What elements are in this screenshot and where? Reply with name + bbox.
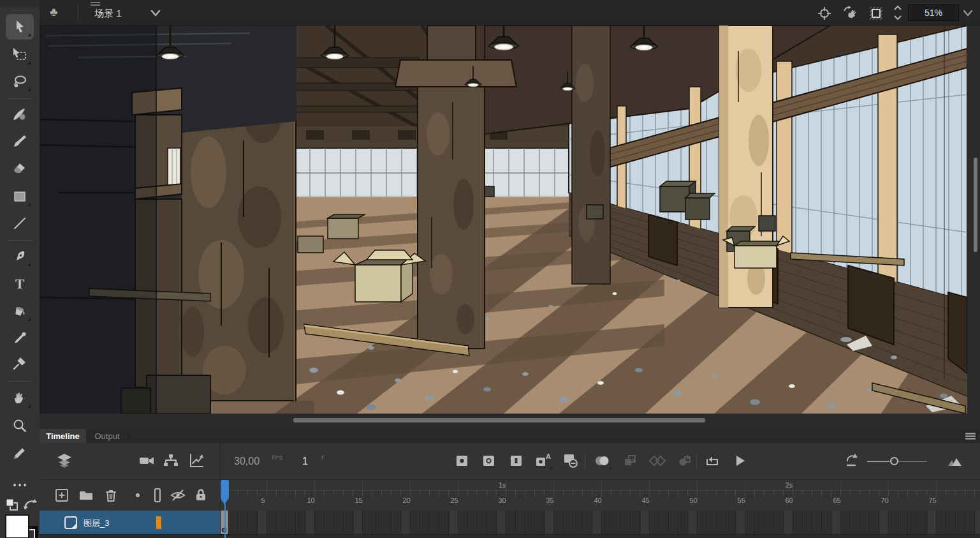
- frame-cell[interactable]: [450, 511, 458, 535]
- frame-cell[interactable]: [851, 511, 860, 535]
- zoom-tool[interactable]: [6, 413, 34, 438]
- tab-output[interactable]: Output: [86, 429, 128, 443]
- vertical-scrollbar[interactable]: [974, 158, 977, 252]
- frame-cell[interactable]: [363, 511, 372, 535]
- paste-frames-button[interactable]: [620, 451, 640, 470]
- frame-cell[interactable]: [937, 511, 946, 535]
- frame-cell[interactable]: [335, 511, 344, 535]
- outline-color-column[interactable]: [131, 486, 144, 505]
- frame-cell[interactable]: [813, 511, 822, 535]
- frame-cell[interactable]: [660, 511, 669, 535]
- tab-timeline[interactable]: Timeline: [40, 429, 86, 443]
- frame-cell[interactable]: [746, 511, 755, 535]
- insert-keyframe-button[interactable]: [453, 451, 472, 470]
- frame-cell[interactable]: [516, 511, 525, 535]
- frame-cell[interactable]: [823, 511, 831, 535]
- panel-menu-button[interactable]: [965, 432, 976, 444]
- frame-cell[interactable]: [689, 511, 698, 535]
- toggle-lock-column[interactable]: [191, 486, 210, 505]
- frames-grid[interactable]: [220, 511, 980, 535]
- frame-cell[interactable]: [497, 511, 506, 535]
- layer-name[interactable]: 图层_3: [84, 518, 109, 529]
- add-folder-button[interactable]: [77, 486, 96, 505]
- frame-cell[interactable]: [842, 511, 851, 535]
- more-tools[interactable]: [6, 475, 34, 495]
- playhead-line[interactable]: [224, 500, 226, 538]
- frame-cell[interactable]: [574, 511, 583, 535]
- frame-cell[interactable]: [268, 511, 277, 535]
- frame-cell[interactable]: [956, 511, 965, 535]
- modify-keyframes-button[interactable]: [675, 451, 694, 470]
- frame-cell[interactable]: [918, 511, 927, 535]
- edit-multiple-frames-button[interactable]: [648, 451, 667, 470]
- frame-cell[interactable]: [679, 511, 688, 535]
- frame-cell[interactable]: [880, 511, 889, 535]
- frame-cell[interactable]: [708, 511, 717, 535]
- frame-cell[interactable]: [564, 511, 573, 535]
- frame-cell[interactable]: [344, 511, 353, 535]
- frame-cell[interactable]: [736, 511, 745, 535]
- frame-ruler[interactable]: 510152025303540455055606570751s2s: [220, 480, 980, 511]
- frame-cell[interactable]: [861, 511, 870, 535]
- frame-cell[interactable]: [612, 511, 621, 535]
- scene-dropdown-chevron-icon[interactable]: [150, 10, 161, 17]
- zoom-stepper[interactable]: [893, 4, 903, 24]
- frame-cell[interactable]: [258, 511, 267, 535]
- frame-cell[interactable]: [765, 511, 774, 535]
- frame-cell[interactable]: [545, 511, 554, 535]
- frame-cell[interactable]: [354, 511, 363, 535]
- hand-tool[interactable]: [6, 385, 34, 411]
- layer-row[interactable]: 图层_3: [40, 511, 220, 535]
- frame-cell[interactable]: [603, 511, 611, 535]
- frame-cell[interactable]: [411, 511, 420, 535]
- remove-frames-button[interactable]: [561, 451, 580, 470]
- frame-cell[interactable]: [478, 511, 487, 535]
- frame-cell[interactable]: [947, 511, 956, 535]
- asset-warp-tool[interactable]: [6, 352, 34, 377]
- frame-cell[interactable]: [631, 511, 640, 535]
- frame-cell[interactable]: [373, 511, 382, 535]
- frame-cell[interactable]: [469, 511, 478, 535]
- frame-cell[interactable]: [440, 511, 449, 535]
- frame-cell[interactable]: [928, 511, 937, 535]
- show-parenting-button[interactable]: [161, 451, 180, 470]
- frame-cell[interactable]: [316, 511, 325, 535]
- zoom-dropdown-chevron-icon[interactable]: [963, 10, 973, 17]
- resize-thumbnails-button[interactable]: [946, 451, 965, 470]
- frame-cell[interactable]: [536, 511, 545, 535]
- frame-cell[interactable]: [459, 511, 468, 535]
- frame-cell[interactable]: [430, 511, 439, 535]
- frame-cell[interactable]: [507, 511, 516, 535]
- frame-cell[interactable]: [277, 511, 286, 535]
- frame-cell[interactable]: [899, 511, 908, 535]
- stage-canvas[interactable]: [40, 26, 967, 414]
- eraser-tool[interactable]: [6, 156, 34, 181]
- text-tool[interactable]: T: [6, 271, 34, 297]
- frame-cell[interactable]: [909, 511, 918, 535]
- frame-cell[interactable]: [870, 511, 879, 535]
- rotate-stage-button[interactable]: [842, 5, 860, 24]
- fill-color-swatch[interactable]: [5, 514, 29, 538]
- rectangle-tool[interactable]: [6, 184, 34, 209]
- auto-keyframe-button[interactable]: A: [534, 451, 553, 470]
- symbol-clover-icon[interactable]: ♣: [50, 5, 57, 19]
- frame-cell[interactable]: [306, 511, 315, 535]
- frame-cell[interactable]: [526, 511, 535, 535]
- frame-cell[interactable]: [669, 511, 678, 535]
- layer-highlight-marker[interactable]: [156, 516, 161, 529]
- fluid-brush-tool[interactable]: [6, 102, 34, 128]
- play-button[interactable]: [730, 451, 749, 470]
- layer-view-button[interactable]: [55, 451, 74, 470]
- frame-cell[interactable]: [698, 511, 707, 535]
- pen-tool[interactable]: [6, 244, 34, 269]
- frame-cell[interactable]: [717, 511, 726, 535]
- delete-layer-button[interactable]: [101, 486, 121, 505]
- frame-cell[interactable]: [421, 511, 430, 535]
- frame-cell[interactable]: [966, 511, 975, 535]
- playhead-handle[interactable]: [221, 480, 229, 499]
- frame-cell[interactable]: [583, 511, 592, 535]
- loop-playback-button[interactable]: [703, 451, 722, 470]
- layer-highlight-column[interactable]: [150, 486, 165, 505]
- frame-cell[interactable]: [325, 511, 334, 535]
- insert-blank-keyframe-button[interactable]: [479, 451, 499, 470]
